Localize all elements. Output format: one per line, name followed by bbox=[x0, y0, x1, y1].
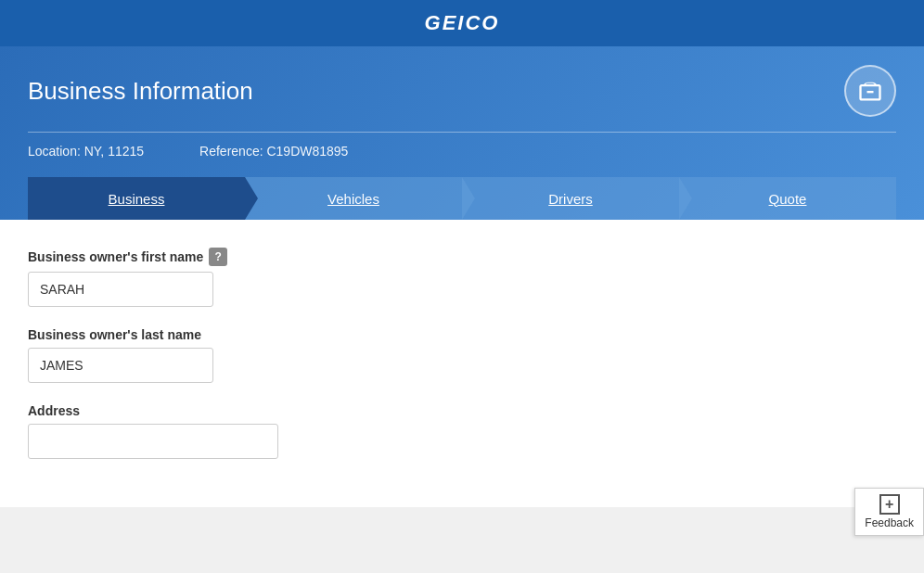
reference-info: Reference: C19DW81895 bbox=[199, 144, 348, 159]
page-title: Business Information bbox=[28, 77, 253, 106]
address-group: Address bbox=[28, 403, 896, 459]
feedback-label: Feedback bbox=[865, 516, 914, 529]
first-name-label: Business owner's first name ? bbox=[28, 248, 896, 266]
header-divider bbox=[28, 132, 896, 133]
briefcase-icon bbox=[857, 78, 883, 104]
geico-logo: GEICO bbox=[425, 11, 500, 35]
last-name-label: Business owner's last name bbox=[28, 327, 896, 342]
svg-rect-0 bbox=[867, 91, 874, 93]
tab-business[interactable]: Business bbox=[28, 177, 245, 220]
feedback-plus-icon: + bbox=[879, 494, 900, 515]
feedback-button[interactable]: + Feedback bbox=[854, 488, 924, 536]
last-name-input[interactable] bbox=[28, 348, 213, 383]
last-name-group: Business owner's last name bbox=[28, 327, 896, 383]
top-nav: GEICO bbox=[0, 0, 924, 46]
header-info-row: Location: NY, 11215 Reference: C19DW8189… bbox=[28, 144, 896, 177]
tab-drivers[interactable]: Drivers bbox=[462, 177, 679, 220]
main-content: Business owner's first name ? Business o… bbox=[0, 220, 924, 507]
tab-quote[interactable]: Quote bbox=[679, 177, 896, 220]
first-name-group: Business owner's first name ? bbox=[28, 248, 896, 307]
first-name-input[interactable] bbox=[28, 272, 213, 307]
address-input[interactable] bbox=[28, 424, 278, 459]
briefcase-icon-button[interactable] bbox=[844, 65, 896, 117]
first-name-help-icon[interactable]: ? bbox=[209, 248, 227, 266]
tabs-bar: Business Vehicles Drivers Quote bbox=[28, 177, 896, 220]
tab-vehicles[interactable]: Vehicles bbox=[245, 177, 462, 220]
header-section: Business Information Location: NY, 11215… bbox=[0, 46, 924, 220]
address-label: Address bbox=[28, 403, 896, 418]
location-info: Location: NY, 11215 bbox=[28, 144, 144, 159]
header-top-row: Business Information bbox=[28, 65, 896, 132]
